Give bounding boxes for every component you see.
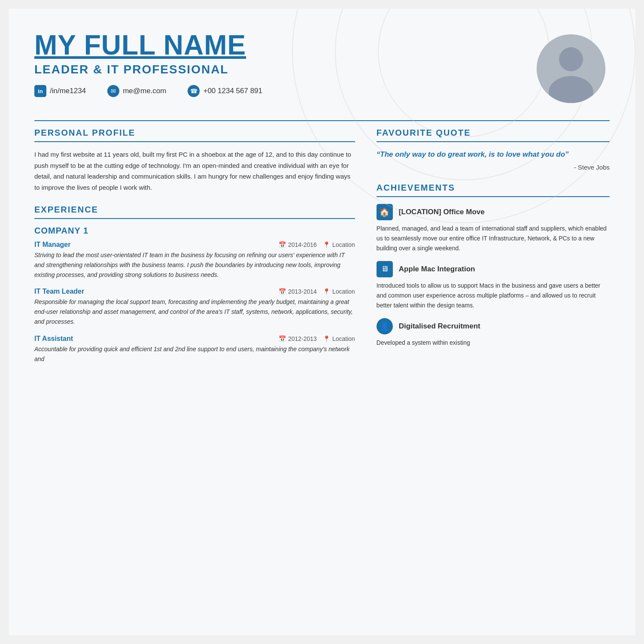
- avatar: [537, 34, 605, 103]
- achievement-apple-mac: 🖥 Apple Mac Integration Introduced tools…: [377, 261, 610, 310]
- favourite-quote-title: FAVOURITE QUOTE: [377, 128, 610, 138]
- job-it-assistant-header: IT Assistant 📅 2012-2013 📍 Location: [34, 335, 355, 343]
- job-it-assistant-meta: 📅 2012-2013 📍 Location: [279, 335, 355, 342]
- job-it-manager-meta: 📅 2014-2016 📍 Location: [279, 241, 355, 248]
- header-divider: [34, 120, 610, 121]
- job-it-manager-location-item: 📍 Location: [323, 241, 355, 248]
- contact-linkedin: in /in/me1234: [34, 85, 86, 97]
- contact-phone: ☎ +00 1234 567 891: [188, 85, 262, 97]
- company-1: COMPANY 1 IT Manager 📅 2014-2016: [34, 226, 355, 364]
- phone-icon: ☎: [188, 85, 200, 97]
- achievement-digital-recruitment-header: 👤 Digitalised Recruitment: [377, 318, 610, 334]
- left-column: PERSONAL PROFILE I had my first website …: [34, 128, 355, 372]
- achievements-section: ACHIEVEMENTS 🏠 [LOCATION] Office Move Pl…: [377, 183, 610, 348]
- quote-author: - Steve Jobs: [377, 164, 610, 171]
- job-it-team-leader-dates-item: 📅 2013-2014: [279, 288, 317, 295]
- job-it-manager-dates-item: 📅 2014-2016: [279, 241, 317, 248]
- experience-divider: [34, 218, 355, 219]
- email-text: me@me.com: [123, 87, 166, 95]
- favourite-quote-section: FAVOURITE QUOTE “The only way to do grea…: [377, 128, 610, 171]
- full-name: MY FULL NAME: [34, 30, 532, 60]
- job-it-assistant-location-item: 📍 Location: [323, 335, 355, 342]
- right-column: FAVOURITE QUOTE “The only way to do grea…: [377, 128, 610, 372]
- resume-header: MY FULL NAME LEADER & IT PROFESSIONAL in…: [34, 30, 610, 107]
- job-it-team-leader-dates: 2013-2014: [288, 288, 317, 295]
- main-content: PERSONAL PROFILE I had my first website …: [34, 128, 610, 372]
- personal-profile-section: PERSONAL PROFILE I had my first website …: [34, 128, 355, 193]
- achievement-apple-mac-header: 🖥 Apple Mac Integration: [377, 261, 610, 277]
- achievement-office-move-desc: Planned, managed, and lead a team of int…: [377, 224, 610, 253]
- job-it-assistant-dates: 2012-2013: [288, 335, 317, 342]
- calendar-icon-1: 📅: [279, 241, 286, 248]
- location-icon-2: 📍: [323, 288, 330, 295]
- personal-profile-divider: [34, 141, 355, 142]
- job-it-manager-header: IT Manager 📅 2014-2016 📍 Location: [34, 241, 355, 249]
- header-left: MY FULL NAME LEADER & IT PROFESSIONAL in…: [34, 30, 532, 97]
- resume-page: MY FULL NAME LEADER & IT PROFESSIONAL in…: [9, 9, 635, 635]
- job-it-team-leader-location: Location: [332, 288, 355, 295]
- achievement-apple-mac-desc: Introduced tools to allow us to support …: [377, 281, 610, 310]
- job-it-team-leader: IT Team Leader 📅 2013-2014 📍 Location: [34, 288, 355, 327]
- experience-section: EXPERIENCE COMPANY 1 IT Manager 📅 2014-2…: [34, 205, 355, 364]
- achievements-title: ACHIEVEMENTS: [377, 183, 610, 193]
- job-title-header: LEADER & IT PROFESSIONAL: [34, 63, 532, 76]
- quote-text: “The only way to do great work, is to lo…: [377, 149, 610, 160]
- job-it-manager: IT Manager 📅 2014-2016 📍 Location: [34, 241, 355, 280]
- linkedin-text: /in/me1234: [50, 87, 86, 95]
- job-it-manager-title: IT Manager: [34, 241, 70, 249]
- job-it-assistant-desc: Accountable for providing quick and effi…: [34, 344, 355, 364]
- house-icon: 🏠: [377, 204, 393, 220]
- achievement-digital-recruitment-title: Digitalised Recruitment: [399, 322, 480, 331]
- achievements-divider: [377, 196, 610, 197]
- phone-text: +00 1234 567 891: [203, 87, 262, 95]
- job-it-manager-location: Location: [332, 241, 355, 248]
- achievement-digital-recruitment-desc: Developed a system within existing: [377, 338, 610, 348]
- svg-point-1: [559, 47, 583, 71]
- experience-title: EXPERIENCE: [34, 205, 355, 215]
- avatar-svg: [537, 34, 605, 103]
- monitor-icon: 🖥: [377, 261, 393, 277]
- job-it-assistant-dates-item: 📅 2012-2013: [279, 335, 317, 342]
- personal-profile-text: I had my first website at 11 years old, …: [34, 149, 355, 193]
- job-it-manager-desc: Striving to lead the most user-orientate…: [34, 250, 355, 280]
- calendar-icon-3: 📅: [279, 335, 286, 342]
- job-it-team-leader-desc: Responsible for managing the local suppo…: [34, 297, 355, 327]
- personal-profile-title: PERSONAL PROFILE: [34, 128, 355, 138]
- contact-email: ✉ me@me.com: [107, 85, 166, 97]
- quote-block: “The only way to do great work, is to lo…: [377, 149, 610, 171]
- achievement-office-move-title: [LOCATION] Office Move: [399, 208, 485, 216]
- achievement-office-move-header: 🏠 [LOCATION] Office Move: [377, 204, 610, 220]
- linkedin-icon: in: [34, 85, 46, 97]
- avatar-container: [532, 30, 610, 107]
- calendar-icon-2: 📅: [279, 288, 286, 295]
- job-it-team-leader-header: IT Team Leader 📅 2013-2014 📍 Location: [34, 288, 355, 295]
- job-it-assistant-title: IT Assistant: [34, 335, 73, 343]
- achievement-apple-mac-title: Apple Mac Integration: [399, 265, 475, 273]
- job-it-team-leader-location-item: 📍 Location: [323, 288, 355, 295]
- favourite-quote-divider: [377, 141, 610, 142]
- job-it-team-leader-title: IT Team Leader: [34, 288, 84, 295]
- company-1-name: COMPANY 1: [34, 226, 355, 236]
- job-it-manager-dates: 2014-2016: [288, 241, 317, 248]
- location-icon-3: 📍: [323, 335, 330, 342]
- achievement-digital-recruitment: 👤 Digitalised Recruitment Developed a sy…: [377, 318, 610, 348]
- email-icon: ✉: [107, 85, 119, 97]
- location-icon-1: 📍: [323, 241, 330, 248]
- achievement-office-move: 🏠 [LOCATION] Office Move Planned, manage…: [377, 204, 610, 253]
- person-icon: 👤: [377, 318, 393, 334]
- job-it-assistant-location: Location: [332, 335, 355, 342]
- job-it-assistant: IT Assistant 📅 2012-2013 📍 Location: [34, 335, 355, 364]
- contact-row: in /in/me1234 ✉ me@me.com ☎ +00 1234 567…: [34, 85, 532, 97]
- job-it-team-leader-meta: 📅 2013-2014 📍 Location: [279, 288, 355, 295]
